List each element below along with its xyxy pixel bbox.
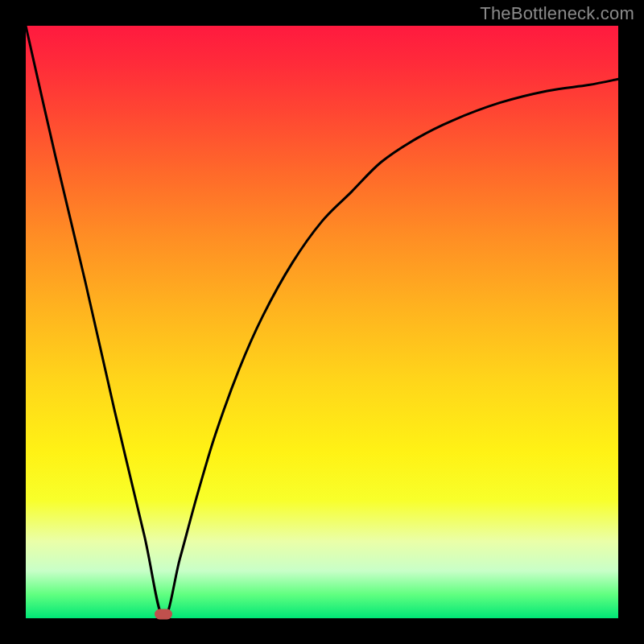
plot-area	[26, 26, 618, 618]
curve-svg	[26, 26, 618, 618]
chart-stage: TheBottleneck.com	[0, 0, 644, 644]
min-marker	[155, 609, 172, 620]
watermark-text: TheBottleneck.com	[480, 3, 634, 24]
curve-path	[26, 26, 618, 618]
